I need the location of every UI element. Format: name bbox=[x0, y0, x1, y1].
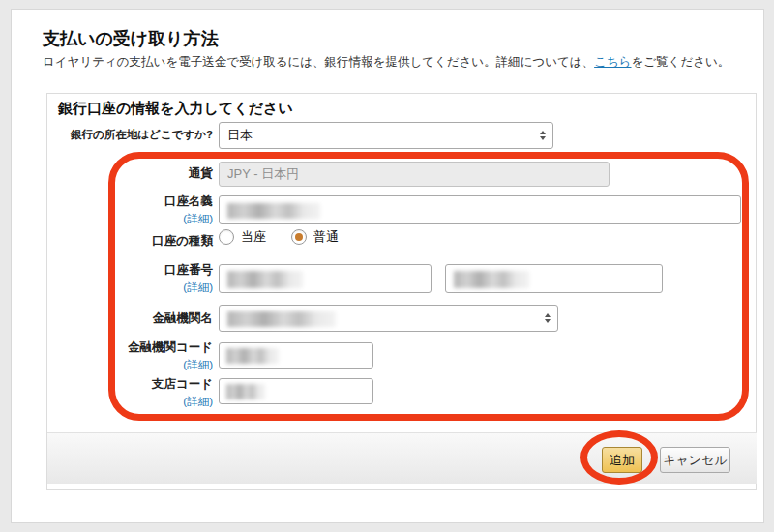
bank-code-label: 金融機関コード (詳細) bbox=[31, 340, 213, 372]
account-number-label-text: 口座番号 bbox=[164, 263, 213, 277]
bank-code-input[interactable] bbox=[219, 342, 373, 369]
details-here-link[interactable]: こちら bbox=[594, 55, 631, 69]
bank-name-select[interactable] bbox=[219, 305, 558, 332]
subtitle-text-before: ロイヤリティの支払いを電子送金で受け取るには、銀行情報を提供してください。詳細に… bbox=[43, 55, 594, 69]
branch-code-label-text: 支店コード bbox=[152, 377, 213, 391]
add-button[interactable]: 追加 bbox=[602, 447, 642, 473]
account-name-detail-link[interactable]: (詳細) bbox=[31, 211, 213, 226]
account-type-label: 口座の種類 bbox=[31, 233, 213, 249]
account-name-label-text: 口座名義 bbox=[164, 194, 213, 208]
select-stepper-icon bbox=[545, 313, 551, 323]
currency-input: JPY - 日本円 bbox=[219, 162, 610, 187]
account-name-input[interactable] bbox=[219, 195, 741, 224]
bank-code-label-text: 金融機関コード bbox=[128, 340, 213, 354]
page-title: 支払いの受け取り方法 bbox=[43, 27, 219, 50]
account-type-radio-group: 当座 普通 bbox=[219, 228, 339, 246]
bank-code-detail-link[interactable]: (詳細) bbox=[31, 357, 213, 372]
currency-value: JPY - 日本円 bbox=[227, 165, 299, 183]
radio-unselected-icon[interactable] bbox=[219, 229, 234, 245]
radio-option-futsuu[interactable]: 普通 bbox=[291, 228, 339, 246]
account-number-1-redacted-value bbox=[227, 271, 303, 288]
radio-option-touza[interactable]: 当座 bbox=[219, 228, 266, 246]
radio-selected-icon[interactable] bbox=[291, 229, 307, 245]
cancel-button[interactable]: キャンセル bbox=[660, 447, 730, 473]
bank-location-selected-value: 日本 bbox=[227, 127, 253, 144]
page-subtitle: ロイヤリティの支払いを電子送金で受け取るには、銀行情報を提供してください。詳細に… bbox=[43, 54, 729, 71]
bank-location-label: 銀行の所在地はどこですか? bbox=[31, 127, 213, 142]
account-number-label: 口座番号 (詳細) bbox=[31, 262, 213, 295]
bank-name-redacted-value bbox=[227, 311, 336, 327]
branch-code-input[interactable] bbox=[219, 378, 373, 404]
radio-futsuu-label: 普通 bbox=[313, 228, 339, 246]
select-stepper-icon bbox=[540, 131, 546, 140]
footer-action-bar bbox=[47, 432, 757, 484]
content-card: 支払いの受け取り方法 ロイヤリティの支払いを電子送金で受け取るには、銀行情報を提… bbox=[12, 10, 763, 522]
branch-code-label: 支店コード (詳細) bbox=[31, 376, 213, 409]
account-number-detail-link[interactable]: (詳細) bbox=[31, 280, 213, 295]
account-number-input-2[interactable] bbox=[445, 264, 663, 293]
subtitle-text-after: をご覧ください。 bbox=[632, 55, 730, 69]
currency-label: 通貨 bbox=[31, 165, 213, 181]
bank-name-label: 金融機関名 bbox=[31, 310, 213, 326]
panel-title: 銀行口座の情報を入力してください bbox=[58, 100, 293, 118]
account-name-label: 口座名義 (詳細) bbox=[31, 193, 213, 226]
bank-location-select[interactable]: 日本 bbox=[219, 122, 553, 149]
account-name-redacted-value bbox=[227, 203, 320, 219]
branch-code-redacted-value bbox=[226, 384, 265, 399]
account-number-2-redacted-value bbox=[454, 271, 529, 288]
account-number-input-1[interactable] bbox=[219, 264, 432, 293]
radio-touza-label: 当座 bbox=[241, 228, 266, 246]
bank-code-redacted-value bbox=[226, 348, 279, 364]
branch-code-detail-link[interactable]: (詳細) bbox=[31, 394, 213, 409]
